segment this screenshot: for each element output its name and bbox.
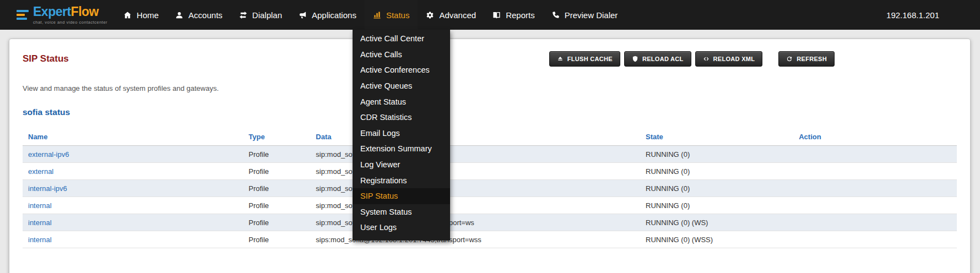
menu-item-active-calls[interactable]: Active Calls [353, 47, 450, 63]
menu-item-active-queues[interactable]: Active Queues [353, 78, 450, 94]
reload-xml-button[interactable]: RELOAD XML [695, 51, 763, 67]
table-row: external-ipv6 Profile sip:mod_sofia@… RU… [23, 146, 957, 163]
menu-item-registrations[interactable]: Registrations [353, 172, 450, 188]
column-header-type: Type [243, 128, 310, 146]
menu-item-extension-summary[interactable]: Extension Summary [353, 141, 450, 157]
brand-name: ExpertFlow [33, 6, 107, 18]
type-cell: Profile [243, 197, 310, 214]
content-card: SIP Status FLUSH CACHE RELOAD ACL RELOAD… [9, 39, 971, 273]
nav-item-label: Home [137, 10, 159, 20]
flush-cache-button[interactable]: FLUSH CACHE [549, 51, 620, 67]
table-row: internal Profile sip:mod_sofia@192.168.1… [23, 214, 957, 231]
transfer-arrows-icon [239, 11, 247, 19]
profile-link[interactable]: internal-ipv6 [28, 184, 67, 193]
nav-item-label: Advanced [439, 10, 476, 20]
nav-item-label: Accounts [188, 10, 223, 20]
type-cell: Profile [243, 146, 310, 163]
action-cell [793, 146, 957, 163]
phone-icon [551, 11, 560, 19]
action-cell [793, 231, 957, 248]
menu-item-cdr-statistics[interactable]: CDR Statistics [353, 110, 450, 125]
refresh-button[interactable]: REFRESH [778, 51, 835, 67]
nav-item-label: Status [386, 10, 410, 20]
profile-link[interactable]: external [28, 167, 53, 176]
nav-item-reports[interactable]: Reports [484, 0, 543, 30]
nav-item-label: Applications [312, 10, 356, 20]
profile-link[interactable]: internal [28, 201, 52, 210]
table-row: external Profile sip:mod_sofia@192.168.1… [23, 163, 957, 180]
nav-item-label: Reports [506, 10, 535, 20]
profile-link[interactable]: internal [28, 236, 52, 244]
table-row: internal Profile sips:mod_sofia@192.168.… [23, 231, 957, 248]
brand-tagline: chat, voice and video contactcenter [33, 20, 107, 25]
type-cell: Profile [243, 163, 310, 180]
action-cell [793, 180, 957, 197]
refresh-label: REFRESH [797, 56, 827, 62]
nav-item-preview-dialer[interactable]: Preview Dialer [543, 0, 626, 30]
nav-item-status[interactable]: Status [365, 0, 418, 30]
nav-item-accounts[interactable]: Accounts [167, 0, 231, 30]
shield-icon [632, 56, 638, 62]
reload-acl-button[interactable]: RELOAD ACL [624, 51, 691, 67]
type-cell: Profile [243, 231, 310, 248]
nav-item-label: Dialplan [252, 10, 282, 20]
menu-item-agent-status[interactable]: Agent Status [353, 94, 450, 110]
state-cell: RUNNING (0) [640, 163, 793, 180]
megaphone-icon [299, 11, 307, 19]
brand-bars-icon [17, 10, 29, 20]
menu-item-user-logs[interactable]: User Logs [353, 220, 450, 236]
nav-item-applications[interactable]: Applications [290, 0, 365, 30]
page-title: SIP Status [23, 53, 69, 64]
column-header-name: Name [23, 128, 243, 146]
action-cell [793, 214, 957, 231]
toolbar: FLUSH CACHE RELOAD ACL RELOAD XML REFRES… [549, 51, 835, 67]
menu-item-email-logs[interactable]: Email Logs [353, 125, 450, 141]
refresh-icon [786, 56, 793, 62]
menu-item-log-viewer[interactable]: Log Viewer [353, 157, 450, 173]
card-header: SIP Status FLUSH CACHE RELOAD ACL RELOAD… [23, 51, 957, 67]
state-cell: RUNNING (0) [640, 146, 793, 163]
profile-link[interactable]: internal [28, 219, 52, 227]
profile-link[interactable]: external-ipv6 [28, 150, 69, 159]
main-menu: Home Accounts Dialplan Applications Stat… [115, 0, 626, 30]
type-cell: Profile [243, 214, 310, 231]
nav-item-label: Preview Dialer [565, 10, 618, 20]
state-cell: RUNNING (0) (WS) [640, 214, 793, 231]
sofia-status-table: Name Type Data State Action external-ipv… [23, 128, 957, 248]
action-cell [793, 163, 957, 180]
action-cell [793, 197, 957, 214]
home-icon [123, 11, 132, 19]
nav-item-home[interactable]: Home [115, 0, 167, 30]
menu-item-active-conferences[interactable]: Active Conferences [353, 62, 450, 78]
server-ip: 192.168.1.201 [886, 10, 939, 20]
column-header-state: State [640, 128, 793, 146]
user-icon [175, 11, 183, 19]
menu-item-system-status[interactable]: System Status [353, 204, 450, 220]
state-cell: RUNNING (0) [640, 180, 793, 197]
state-cell: RUNNING (0) (WSS) [640, 231, 793, 248]
status-dropdown-menu: Active Call Center Active Calls Active C… [353, 30, 450, 241]
top-navbar: ExpertFlow chat, voice and video contact… [0, 0, 980, 30]
nav-item-advanced[interactable]: Advanced [418, 0, 484, 30]
nav-item-dialplan[interactable]: Dialplan [231, 0, 290, 30]
book-icon [492, 11, 501, 19]
table-row: internal-ipv6 Profile sip:mod_sofia@… RU… [23, 180, 957, 197]
table-row: internal Profile sip:mod_sofia@… RUNNING… [23, 197, 957, 214]
brand-logo[interactable]: ExpertFlow chat, voice and video contact… [17, 6, 107, 25]
section-title-sofia-status: sofia status [23, 107, 957, 117]
type-cell: Profile [243, 180, 310, 197]
gear-icon [426, 11, 434, 19]
state-cell: RUNNING (0) [640, 197, 793, 214]
menu-item-active-call-center[interactable]: Active Call Center [353, 31, 450, 47]
page-description: View and manage the status of system pro… [23, 84, 957, 92]
bar-chart-icon [373, 11, 381, 19]
flush-cache-icon [557, 56, 564, 62]
column-header-action: Action [793, 128, 957, 146]
reload-xml-label: RELOAD XML [713, 56, 755, 62]
reload-acl-label: RELOAD ACL [642, 56, 684, 62]
menu-item-sip-status[interactable]: SIP Status [353, 188, 450, 204]
table-header-row: Name Type Data State Action [23, 128, 957, 146]
code-icon [703, 56, 710, 62]
flush-cache-label: FLUSH CACHE [567, 56, 613, 62]
